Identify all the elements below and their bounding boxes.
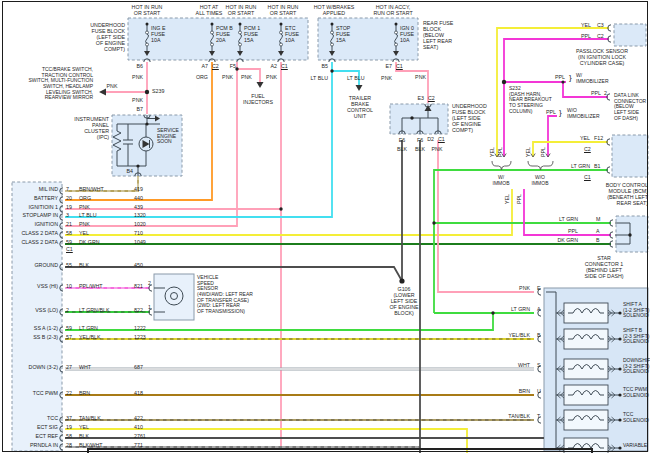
wiring-diagram: SHIFT A (1-2 SHIFT) SOLENOIDSHIFT B (2-3… (0, 0, 650, 453)
page-border (2, 1, 648, 452)
